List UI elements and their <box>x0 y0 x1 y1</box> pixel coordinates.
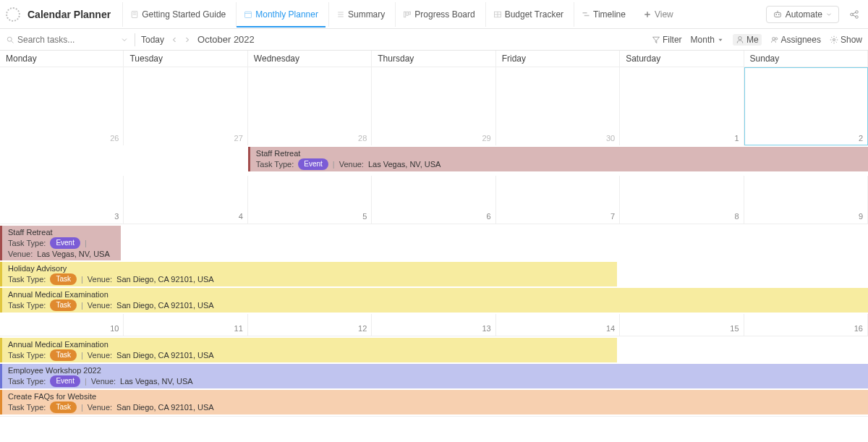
filter-label: Filter <box>663 35 682 45</box>
calendar-event[interactable]: Staff Retreat Task Type: Event | Venue: … <box>0 226 121 260</box>
day-number: 4 <box>239 212 243 221</box>
day-number: 9 <box>859 212 863 221</box>
meta-separator: | <box>85 238 87 248</box>
day-cell[interactable]: 30 <box>496 67 620 145</box>
day-cell[interactable]: 14 <box>496 314 620 336</box>
day-number: 12 <box>358 324 367 333</box>
calendar-event[interactable]: Annual Medical Examination Task Type: Ta… <box>0 288 868 313</box>
show-button[interactable]: Show <box>830 35 862 45</box>
day-header: Tuesday <box>124 51 247 67</box>
tab-label: Getting Started Guide <box>142 9 226 20</box>
show-label: Show <box>841 35 862 45</box>
tab-monthly-planner[interactable]: Monthly Planner <box>236 2 326 27</box>
tab-summary[interactable]: Summary <box>328 2 392 27</box>
automate-label: Automate <box>786 9 822 20</box>
calendar-event[interactable]: Employee Workshop 2022 Task Type: Event … <box>0 364 868 388</box>
event-venue: San Diego, CA 92101, USA <box>116 350 214 360</box>
svg-marker-29 <box>652 37 659 43</box>
day-header: Wednesday <box>248 51 372 67</box>
day-cell[interactable]: 9 <box>744 176 868 224</box>
next-month-button[interactable] <box>183 35 192 44</box>
day-cell-today[interactable]: 2 <box>744 67 868 145</box>
meta-separator: | <box>333 159 335 169</box>
calendar-event[interactable]: Annual Medical Examination Task Type: Ta… <box>0 338 617 362</box>
caret-down-icon <box>717 36 724 43</box>
task-type-label: Task Type: <box>8 238 46 248</box>
day-header: Monday <box>0 51 124 67</box>
tab-timeline[interactable]: Timeline <box>574 2 633 27</box>
assignees-button[interactable]: Assignees <box>770 35 821 45</box>
add-view-button[interactable]: View <box>636 9 681 20</box>
event-venue: San Diego, CA 92101, USA <box>116 274 214 284</box>
day-number: 10 <box>110 324 119 333</box>
day-cell[interactable]: 5 <box>248 176 372 224</box>
day-cell[interactable]: 29 <box>372 67 495 145</box>
divider <box>135 33 135 46</box>
day-number: 2 <box>859 134 863 143</box>
meta-separator: | <box>81 402 83 412</box>
prev-month-button[interactable] <box>170 35 179 44</box>
svg-point-23 <box>856 10 859 13</box>
day-cell[interactable]: 3 <box>0 176 124 224</box>
event-title: Create FAQs for Website <box>8 391 864 401</box>
tab-progress-board[interactable]: Progress Board <box>395 2 482 27</box>
add-view-label: View <box>655 9 673 20</box>
day-cell[interactable]: 26 <box>0 67 124 145</box>
day-cell[interactable]: 10 <box>0 314 124 336</box>
venue-label: Venue: <box>339 159 364 169</box>
venue-label: Venue: <box>8 249 33 259</box>
day-number: 26 <box>110 134 119 143</box>
meta-separator: | <box>81 350 83 360</box>
day-number: 6 <box>487 212 491 221</box>
svg-rect-8 <box>404 12 406 17</box>
event-title: Annual Medical Examination <box>8 339 613 349</box>
tab-getting-started[interactable]: Getting Started Guide <box>122 2 233 27</box>
automate-button[interactable]: Automate <box>766 6 839 23</box>
venue-label: Venue: <box>88 402 112 412</box>
day-number: 30 <box>606 134 615 143</box>
task-type-label: Task Type: <box>8 274 46 284</box>
day-cell[interactable]: 28 <box>248 67 372 145</box>
task-type-label: Task Type: <box>256 159 294 169</box>
svg-rect-10 <box>409 12 411 14</box>
share-button[interactable] <box>846 7 862 22</box>
table-icon <box>493 10 502 19</box>
day-cell[interactable]: 16 <box>744 314 868 336</box>
tab-budget-tracker[interactable]: Budget Tracker <box>485 2 571 27</box>
share-icon <box>849 9 859 20</box>
tab-label: Monthly Planner <box>255 9 318 20</box>
event-title: Employee Workshop 2022 <box>8 365 864 375</box>
day-cell[interactable]: 8 <box>620 176 744 224</box>
search-box[interactable] <box>6 35 129 45</box>
day-cell[interactable]: 7 <box>496 176 620 224</box>
robot-icon <box>773 9 783 20</box>
day-cell[interactable]: 12 <box>248 314 372 336</box>
today-button[interactable]: Today <box>141 35 164 45</box>
svg-rect-3 <box>245 12 252 17</box>
day-cell[interactable]: 1 <box>620 67 744 145</box>
search-input[interactable] <box>17 35 97 45</box>
day-cell[interactable]: 15 <box>620 314 744 336</box>
svg-marker-30 <box>718 38 722 41</box>
day-cell[interactable]: 4 <box>124 176 247 224</box>
day-number: 28 <box>358 134 367 143</box>
filter-button[interactable]: Filter <box>652 35 682 45</box>
day-cell[interactable]: 27 <box>124 67 247 145</box>
calendar-event[interactable]: Create FAQs for Website Task Type: Task … <box>0 390 868 415</box>
view-mode-dropdown[interactable]: Month <box>691 35 724 45</box>
day-cell[interactable]: 6 <box>372 176 495 224</box>
day-number: 29 <box>482 134 490 143</box>
tab-label: Progress Board <box>414 9 475 20</box>
search-icon <box>6 35 14 44</box>
me-filter-button[interactable]: Me <box>733 34 762 46</box>
calendar-toolbar: Today October 2022 Filter Month Me Assig… <box>0 29 868 51</box>
calendar-event[interactable]: Staff Retreat Task Type: Event | Venue: … <box>248 147 868 171</box>
chevron-down-icon[interactable] <box>120 35 129 44</box>
week-row: Staff Retreat Task Type: Event | Venue: … <box>0 224 868 336</box>
calendar-event[interactable]: Holiday Advisory Task Type: Task | Venue… <box>0 262 617 286</box>
svg-point-20 <box>778 14 780 15</box>
tab-label: Budget Tracker <box>505 9 563 20</box>
day-cell[interactable]: 13 <box>372 314 495 336</box>
day-cell[interactable]: 11 <box>124 314 247 336</box>
svg-rect-9 <box>407 12 408 15</box>
